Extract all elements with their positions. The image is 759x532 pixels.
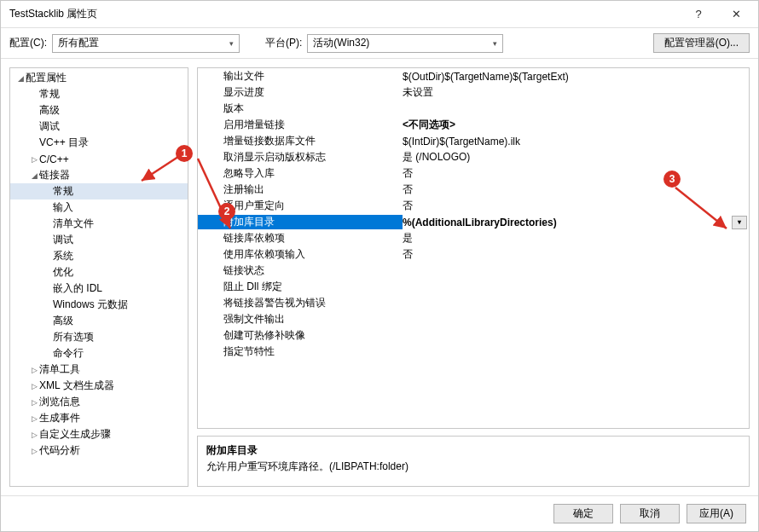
- expand-icon: ▷: [29, 366, 39, 374]
- ok-button[interactable]: 确定: [553, 504, 613, 523]
- tree-item[interactable]: ▷自定义生成步骤: [10, 426, 188, 442]
- tree-item[interactable]: 调试: [10, 232, 188, 248]
- property-value[interactable]: 是: [403, 231, 749, 246]
- property-name: 取消显示启动版权标志: [198, 150, 403, 165]
- tree-item[interactable]: ▷生成事件: [10, 410, 188, 426]
- close-button[interactable]: ✕: [717, 2, 755, 27]
- property-grid[interactable]: 输出文件$(OutDir)$(TargetName)$(TargetExt)显示…: [197, 67, 750, 429]
- tree-item[interactable]: ▷XML 文档生成器: [10, 378, 188, 394]
- property-value[interactable]: 未设置: [403, 85, 749, 100]
- tree-item[interactable]: 输入: [10, 200, 188, 216]
- property-value[interactable]: 否: [403, 199, 749, 213]
- property-value[interactable]: 是 (/NOLOGO): [403, 150, 749, 165]
- titlebar: TestStacklib 属性页 ? ✕: [1, 1, 758, 28]
- footer: 确定 取消 应用(A): [1, 495, 758, 531]
- property-value[interactable]: 否: [403, 166, 749, 181]
- platform-combo[interactable]: 活动(Win32) ▾: [307, 34, 503, 53]
- expand-icon: ▷: [29, 447, 39, 455]
- property-name: 链接库依赖项: [198, 231, 403, 246]
- config-label: 配置(C):: [9, 36, 47, 50]
- tree-item[interactable]: Windows 元数据: [10, 297, 188, 313]
- property-row[interactable]: 显示进度未设置: [198, 84, 749, 101]
- help-button[interactable]: ?: [680, 2, 717, 27]
- property-row[interactable]: 输出文件$(OutDir)$(TargetName)$(TargetExt): [198, 68, 749, 84]
- property-name: 阻止 Dll 绑定: [198, 280, 403, 294]
- nav-tree[interactable]: ◢配置属性 常规 高级 调试 VC++ 目录 ▷C/C++ ◢链接器 常规 输入…: [9, 67, 188, 487]
- property-name: 逐用户重定向: [198, 199, 403, 213]
- property-name: 强制文件输出: [198, 312, 403, 327]
- tree-item[interactable]: 高级: [10, 102, 188, 119]
- property-row[interactable]: 取消显示启动版权标志是 (/NOLOGO): [198, 149, 749, 165]
- property-row[interactable]: 阻止 Dll 绑定: [198, 279, 749, 295]
- property-name: 版本: [198, 101, 403, 116]
- property-name: 使用库依赖项输入: [198, 247, 403, 262]
- cancel-button[interactable]: 取消: [620, 504, 680, 523]
- property-name: 指定节特性: [198, 344, 403, 359]
- desc-body: 允许用户重写环境库路径。(/LIBPATH:folder): [206, 460, 740, 474]
- property-row[interactable]: 强制文件输出: [198, 311, 749, 327]
- expand-icon: ▷: [29, 414, 39, 423]
- tree-item[interactable]: 高级: [10, 313, 188, 329]
- property-row[interactable]: 将链接器警告视为错误: [198, 295, 749, 311]
- property-row[interactable]: 增量链接数据库文件$(IntDir)$(TargetName).ilk: [198, 133, 749, 149]
- config-manager-button[interactable]: 配置管理器(O)...: [653, 33, 750, 53]
- toolbar: 配置(C): 所有配置 ▾ 平台(P): 活动(Win32) ▾ 配置管理器(O…: [1, 28, 758, 59]
- property-name: 忽略导入库: [198, 166, 403, 181]
- tree-item[interactable]: 优化: [10, 264, 188, 280]
- property-row[interactable]: 附加库目录%(AdditionalLibraryDirectories)▾: [198, 214, 749, 230]
- tree-item[interactable]: 命令行: [10, 345, 188, 361]
- collapse-icon: ◢: [15, 74, 26, 83]
- tree-item[interactable]: 调试: [10, 119, 188, 135]
- property-value[interactable]: 否: [403, 182, 749, 197]
- property-name: 链接状态: [198, 263, 403, 278]
- property-name: 将链接器警告视为错误: [198, 296, 403, 310]
- property-row[interactable]: 版本: [198, 101, 749, 117]
- tree-item[interactable]: 所有选项: [10, 329, 188, 345]
- property-row[interactable]: 创建可热修补映像: [198, 327, 749, 344]
- tree-cxx[interactable]: ▷C/C++: [10, 151, 188, 167]
- property-row[interactable]: 注册输出否: [198, 182, 749, 198]
- window-title: TestStacklib 属性页: [9, 7, 680, 21]
- property-name: 附加库目录: [198, 215, 403, 229]
- property-name: 输出文件: [198, 69, 403, 84]
- config-combo[interactable]: 所有配置 ▾: [52, 34, 240, 53]
- dropdown-button[interactable]: ▾: [732, 216, 747, 229]
- tree-item[interactable]: ▷代码分析: [10, 442, 188, 459]
- property-name: 启用增量链接: [198, 118, 403, 132]
- tree-item[interactable]: ▷浏览信息: [10, 394, 188, 410]
- property-row[interactable]: 指定节特性: [198, 344, 749, 360]
- property-row[interactable]: 启用增量链接<不同选项>: [198, 117, 749, 133]
- property-value[interactable]: $(IntDir)$(TargetName).ilk: [403, 136, 749, 147]
- property-row[interactable]: 链接状态: [198, 263, 749, 279]
- tree-linker[interactable]: ◢链接器: [10, 167, 188, 183]
- platform-value: 活动(Win32): [313, 36, 369, 50]
- property-row[interactable]: 忽略导入库否: [198, 165, 749, 182]
- property-name: 注册输出: [198, 182, 403, 197]
- config-value: 所有配置: [58, 36, 99, 50]
- property-value[interactable]: $(OutDir)$(TargetName)$(TargetExt): [403, 71, 749, 83]
- description-panel: 附加库目录 允许用户重写环境库路径。(/LIBPATH:folder): [197, 436, 750, 487]
- property-row[interactable]: 逐用户重定向否: [198, 198, 749, 214]
- tree-item[interactable]: 嵌入的 IDL: [10, 280, 188, 297]
- tree-item[interactable]: 系统: [10, 248, 188, 264]
- expand-icon: ▷: [29, 398, 39, 407]
- desc-title: 附加库目录: [206, 443, 740, 458]
- apply-button[interactable]: 应用(A): [687, 504, 746, 523]
- property-row[interactable]: 使用库依赖项输入否: [198, 246, 749, 263]
- tree-item[interactable]: 清单文件: [10, 216, 188, 232]
- property-value[interactable]: 否: [403, 247, 749, 262]
- platform-label: 平台(P):: [265, 36, 302, 50]
- property-name: 显示进度: [198, 85, 403, 100]
- property-value[interactable]: <不同选项>: [403, 118, 749, 132]
- property-name: 增量链接数据库文件: [198, 134, 403, 148]
- expand-icon: ▷: [29, 155, 39, 164]
- tree-root[interactable]: ◢配置属性: [10, 70, 188, 86]
- collapse-icon: ◢: [29, 171, 39, 180]
- property-row[interactable]: 链接库依赖项是: [198, 230, 749, 246]
- property-value[interactable]: %(AdditionalLibraryDirectories)▾: [403, 216, 749, 229]
- tree-linker-general[interactable]: 常规: [10, 183, 188, 200]
- tree-item[interactable]: VC++ 目录: [10, 135, 188, 151]
- tree-item[interactable]: ▷清单工具: [10, 361, 188, 378]
- expand-icon: ▷: [29, 382, 39, 390]
- tree-item[interactable]: 常规: [10, 86, 188, 102]
